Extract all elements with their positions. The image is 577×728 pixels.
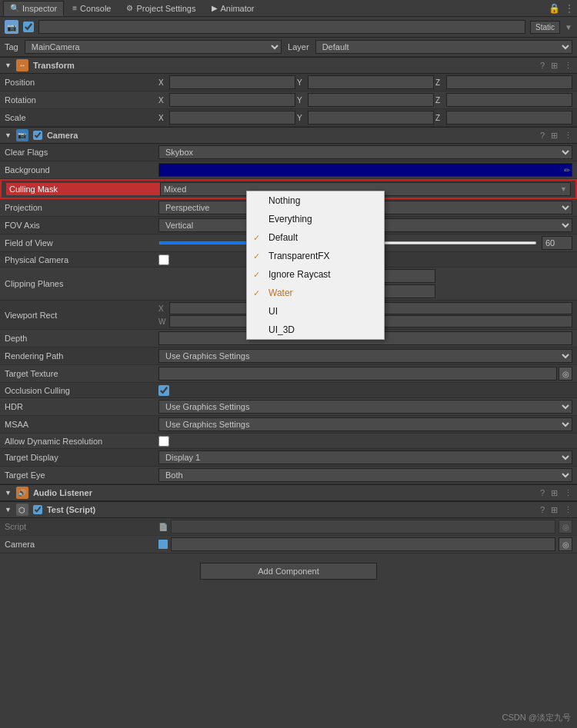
ui3d-check: [253, 325, 264, 334]
field-of-view-label: Field of View: [5, 238, 158, 248]
tab-project-settings[interactable]: ⚙ Project Settings: [119, 1, 202, 16]
transform-settings-icon[interactable]: ⊞: [551, 61, 558, 71]
static-button[interactable]: Static: [530, 21, 560, 34]
test-script-icon: ⬡: [16, 504, 28, 516]
scale-x-input[interactable]: 1: [169, 111, 295, 125]
lock-icon[interactable]: 🔒: [549, 3, 560, 14]
viewport-y-input[interactable]: 0: [377, 302, 572, 314]
rendering-path-select[interactable]: Use Graphics Settings: [158, 349, 572, 363]
camera-ref-input[interactable]: Main Camera (Camera): [171, 537, 555, 551]
transform-help-icon[interactable]: ?: [540, 61, 545, 71]
object-name-input[interactable]: Main Camera: [38, 20, 525, 34]
script-input[interactable]: Test: [171, 520, 555, 534]
rotation-z-input[interactable]: 0: [446, 93, 572, 107]
camera-collapse-arrow[interactable]: ▼: [5, 131, 12, 139]
audio-listener-actions: ? ⊞ ⋮: [540, 488, 572, 498]
target-texture-picker-btn[interactable]: ◎: [559, 367, 572, 381]
menu-icon[interactable]: ⋮: [565, 3, 574, 14]
position-x-input[interactable]: 2.217477: [169, 75, 295, 89]
audio-listener-section-header: ▼ 🔊 Audio Listener ? ⊞ ⋮: [0, 484, 577, 501]
dropdown-item-default[interactable]: ✓ Default: [247, 228, 384, 247]
clear-flags-value: Skybox: [158, 145, 572, 159]
script-picker-btn[interactable]: ◎: [559, 520, 572, 534]
nothing-label: Nothing: [268, 195, 300, 206]
target-display-select[interactable]: Display 1: [158, 450, 572, 464]
scale-row: Scale X 1 Y 1 Z 1: [0, 109, 577, 127]
test-script-settings-icon[interactable]: ⊞: [551, 505, 558, 515]
camera-section-icon: 📷: [16, 129, 28, 141]
scale-y-input[interactable]: 1: [308, 111, 434, 125]
viewport-h-input[interactable]: 1: [377, 315, 572, 327]
camera-title: Camera: [47, 131, 535, 140]
test-script-help-icon[interactable]: ?: [540, 505, 545, 515]
dropdown-item-nothing[interactable]: Nothing: [247, 191, 384, 210]
test-script-enable-checkbox[interactable]: [33, 505, 42, 514]
allow-dynamic-resolution-checkbox[interactable]: [158, 436, 169, 447]
nothing-check: [253, 196, 264, 205]
tag-select[interactable]: MainCamera: [25, 40, 282, 54]
rotation-x-input[interactable]: 33.475: [169, 93, 295, 107]
audio-listener-collapse-arrow[interactable]: ▼: [5, 489, 12, 497]
tab-actions: 🔒 ⋮: [549, 3, 574, 14]
transform-collapse-arrow[interactable]: ▼: [5, 61, 12, 69]
dropdown-item-ignore-raycast[interactable]: ✓ Ignore Raycast: [247, 265, 384, 284]
camera-settings-icon[interactable]: ⊞: [551, 131, 558, 141]
rotation-label: Rotation: [5, 95, 158, 105]
object-active-checkbox[interactable]: [23, 22, 34, 32]
clear-flags-select[interactable]: Skybox: [158, 145, 572, 159]
dropdown-item-ui3d[interactable]: UI_3D: [247, 321, 384, 339]
scale-z-input[interactable]: 1: [446, 111, 572, 125]
msaa-select[interactable]: Use Graphics Settings: [158, 417, 572, 431]
transparentfx-check: ✓: [253, 251, 264, 261]
transform-more-icon[interactable]: ⋮: [564, 61, 572, 71]
transform-section-actions: ? ⊞ ⋮: [540, 61, 572, 71]
dropdown-item-ui[interactable]: UI: [247, 302, 384, 321]
dropdown-item-transparentfx[interactable]: ✓ TransparentFX: [247, 247, 384, 265]
tab-console[interactable]: ≡ Console: [65, 1, 118, 16]
tab-inspector[interactable]: 🔍 Inspector: [3, 1, 64, 16]
dropdown-item-water[interactable]: ✓ Water: [247, 284, 384, 302]
camera-help-icon[interactable]: ?: [540, 131, 545, 141]
target-eye-row: Target Eye Both: [0, 467, 577, 484]
tab-bar: 🔍 Inspector ≡ Console ⚙ Project Settings…: [0, 0, 577, 17]
rotation-y-input[interactable]: -9.564: [308, 93, 434, 107]
audio-listener-help-icon[interactable]: ?: [540, 488, 545, 498]
target-eye-select[interactable]: Both: [158, 468, 572, 482]
test-script-more-icon[interactable]: ⋮: [564, 505, 572, 515]
position-z-input[interactable]: -13.1606: [446, 75, 572, 89]
audio-listener-settings-icon[interactable]: ⊞: [551, 488, 558, 498]
fov-input[interactable]: 60: [542, 236, 572, 250]
test-script-title: Test (Script): [47, 505, 535, 514]
hdr-select[interactable]: Use Graphics Settings: [158, 400, 572, 414]
add-component-button[interactable]: Add Component: [200, 563, 377, 580]
background-color-swatch[interactable]: ✏: [158, 163, 572, 177]
inspector-icon: 🔍: [10, 4, 19, 12]
dropdown-item-everything[interactable]: Everything: [247, 210, 384, 228]
ui3d-label: UI_3D: [268, 324, 295, 335]
console-icon: ≡: [72, 4, 77, 12]
static-arrow-icon[interactable]: ▼: [565, 23, 572, 32]
occlusion-culling-checkbox[interactable]: [158, 385, 169, 396]
clear-flags-label: Clear Flags: [5, 148, 158, 157]
camera-more-icon[interactable]: ⋮: [564, 131, 572, 141]
target-texture-input[interactable]: None (Render Texture): [158, 367, 557, 381]
audio-listener-more-icon[interactable]: ⋮: [564, 488, 572, 498]
position-value: X 2.217477 Y 8.825047 Z -13.1606: [158, 75, 572, 89]
hdr-value: Use Graphics Settings: [158, 400, 572, 414]
color-picker-icon: ✏: [564, 166, 570, 175]
animator-icon: ▶: [212, 4, 218, 12]
position-z-label: Z: [435, 78, 445, 87]
audio-listener-title: Audio Listener: [33, 488, 535, 497]
target-eye-value: Both: [158, 468, 572, 482]
layer-select[interactable]: Default: [315, 40, 572, 54]
physical-camera-checkbox[interactable]: [158, 254, 169, 265]
target-eye-label: Target Eye: [5, 470, 158, 480]
test-script-collapse-arrow[interactable]: ▼: [5, 506, 12, 514]
position-y-input[interactable]: 8.825047: [308, 75, 434, 89]
rotation-z-field: Z 0: [435, 93, 572, 107]
camera-enable-checkbox[interactable]: [33, 131, 42, 140]
tab-animator[interactable]: ▶ Animator: [205, 1, 262, 16]
camera-ref-picker-btn[interactable]: ◎: [559, 537, 572, 551]
hdr-row: HDR Use Graphics Settings: [0, 398, 577, 416]
culling-dropdown-arrow: ▼: [560, 185, 567, 193]
